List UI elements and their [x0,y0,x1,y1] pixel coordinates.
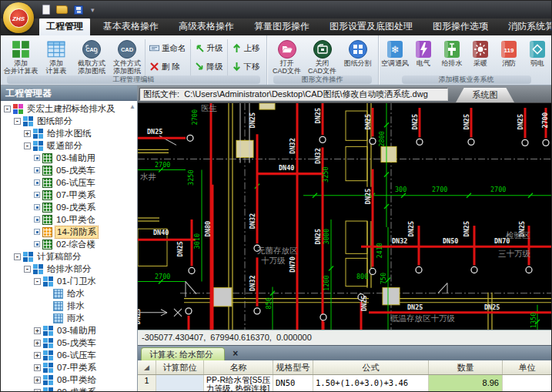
split-sheet-button-icon [347,39,368,59]
tree-item[interactable]: +03-辅助用 [1,324,137,337]
tree-item[interactable]: 09-戊类系 [1,201,137,213]
collapse-icon[interactable]: - [24,142,31,149]
rename-button[interactable]: 重命名 [149,43,186,55]
calc-table: ◢计算部位名称规格型号公式数量单位 1PP-R给水管[S5压力等级, 热熔连接]… [138,360,551,392]
new-file-icon[interactable] [42,5,50,15]
delete-button[interactable]: 删 除 [149,62,186,73]
tree-item[interactable]: 06-试压车 [1,176,137,189]
cell-part[interactable] [156,375,204,392]
cell-spec[interactable]: DN50 [273,375,313,392]
tree-item[interactable]: +给排水图纸 [1,127,137,139]
tree-scroll-up-icon[interactable]: ▲ [129,103,135,110]
close-tab-icon[interactable]: × [233,349,238,358]
cell-qty[interactable]: 8.96 [429,375,503,392]
collapse-icon[interactable]: - [34,278,41,285]
tree-item[interactable]: 14-消防系 [1,226,137,238]
tab-system-diagram[interactable]: 系统图 [456,88,514,102]
tree-item[interactable]: 07-甲类系 [1,189,137,201]
quick-access-dropdown-icon[interactable]: ▾ [91,6,95,14]
tree-item[interactable]: 10-甲类仓 [1,213,137,226]
select-all-cell[interactable]: ◢ [138,360,156,374]
collapse-icon[interactable]: - [24,266,31,273]
tree-item[interactable]: 03-辅助用 [1,152,137,164]
svg-text:医生: 医生 [201,103,217,112]
ribbon-tab-1[interactable]: 工程管理 [39,18,90,35]
tree-item[interactable]: +07-甲类系 [1,361,137,374]
tree-item[interactable]: 05-戊类车 [1,164,137,176]
collapse-icon[interactable]: - [14,253,21,260]
fire-protection-button[interactable]: 119消防 [495,37,524,67]
tree-item-icon [42,227,52,237]
tree-item[interactable]: +08-甲类给 [1,374,137,386]
tree-item-icon [42,240,52,250]
column-header-3[interactable]: 规格型号 [273,360,313,374]
tree-item[interactable]: 雨水 [1,312,137,324]
column-header-2[interactable]: 名称 [204,360,273,374]
open-file-icon[interactable] [56,5,68,14]
demote-button[interactable]: 降级 [195,62,223,73]
low-voltage-button[interactable]: 弱电 [524,37,552,67]
cell-num[interactable]: 1 [138,375,156,392]
tree-item[interactable]: -奕宏土建招标给排水及 [1,102,137,115]
expand-icon[interactable]: + [34,377,41,384]
add-calc-table-button[interactable]: 添加计算表 [38,37,74,75]
ribbon-tab-3[interactable]: 高级表格操作 [172,18,241,35]
tab-calc-water-table[interactable]: 计算表: 给水部分 [141,347,225,360]
ribbon-tab-2[interactable]: 基本表格操作 [96,18,166,35]
column-header-1[interactable]: 计算部位 [156,360,204,374]
sidebar-title: 工程管理器 [1,85,137,101]
add-merge-calc-table-button[interactable]: 添加合并计算表 [3,37,38,75]
cell-name[interactable]: PP-R给水管[S5压力等级, 热熔连接] [204,375,273,392]
split-sheet-button[interactable]: 图纸分割 [340,37,376,75]
close-cad-file-button[interactable]: 关闭CAD文件 [305,37,340,75]
tree-item[interactable]: 排水 [1,300,137,312]
svg-text:119: 119 [504,47,514,54]
app-logo[interactable]: ZHS [3,2,34,33]
tree-item[interactable]: +09-戊类系 [1,386,137,392]
tree-item[interactable]: +06-试压车 [1,349,137,361]
cad-canvas[interactable]: DN25DN40DN40DN32DN50DN70DN25DN25DN25DN32… [138,102,551,330]
ribbon-tab-5[interactable]: 图形设置及底图处理 [323,18,420,35]
tree-item[interactable]: -暖通部分 [1,139,137,152]
tree-item[interactable]: 02-综合楼 [1,238,137,250]
tree-item[interactable]: -给排水部分 [1,263,137,275]
heating-button[interactable]: 采暖 [467,37,495,67]
move-up-button[interactable]: 上移 [232,43,260,55]
collapse-icon[interactable]: - [14,118,21,125]
expand-icon[interactable]: + [34,389,41,392]
select-all-icon: ◢ [144,364,149,371]
promote-button[interactable]: 升级 [195,43,223,55]
water-supply-drain-button[interactable]: 给排水 [438,37,467,67]
expand-icon[interactable]: + [34,352,41,359]
project-tree: -奕宏土建招标给排水及-图纸部分+给排水图纸-暖通部分03-辅助用05-戊类车0… [1,101,137,392]
cell-unit[interactable] [503,375,551,392]
electrical-button[interactable]: 电气 [410,37,438,67]
expand-icon[interactable]: + [24,130,31,137]
ribbon-tab-6[interactable]: 图形操作选项 [426,18,495,35]
tree-item[interactable]: 给水 [1,287,137,300]
cell-formula[interactable]: 1.50+(1.0+3.0)+3.46 [313,375,429,392]
tree-item[interactable]: -计算稿部分 [1,250,137,263]
add-sheet-by-capture-button[interactable]: CAD截取方式添加图纸 [74,37,109,75]
collapse-icon[interactable]: - [4,106,11,112]
tree-item[interactable]: -图纸部分 [1,115,137,127]
app-logo-text: ZHS [9,8,28,28]
tree-item[interactable]: +05-戊类车 [1,337,137,349]
expand-icon[interactable]: + [34,327,41,334]
tree-item[interactable]: -01-门卫水 [1,275,137,287]
expand-icon[interactable]: + [34,364,41,371]
open-cad-file-button[interactable]: 打开CAD文件 [269,37,305,75]
save-file-icon[interactable] [74,5,83,15]
move-down-button[interactable]: 下移 [232,62,260,73]
tree-item-label: 07-甲类系 [55,189,97,201]
expand-icon[interactable]: + [34,340,41,347]
column-header-4[interactable]: 公式 [313,360,429,374]
ribbon-tab-4[interactable]: 算量图形操作 [247,18,316,35]
add-sheet-by-file-button[interactable]: CAD文件方式添加图纸 [109,37,145,75]
table-row[interactable]: 1PP-R给水管[S5压力等级, 热熔连接]DN501.50+(1.0+3.0)… [138,375,551,392]
column-header-6[interactable]: 单位 [503,360,551,374]
hvac-ventilation-button[interactable]: ❄空调通风 [381,37,410,67]
ribbon-tab-7[interactable]: 消防系统算量操作 [501,18,551,35]
tree-item-icon [13,104,23,114]
column-header-5[interactable]: 数量 [429,360,503,374]
